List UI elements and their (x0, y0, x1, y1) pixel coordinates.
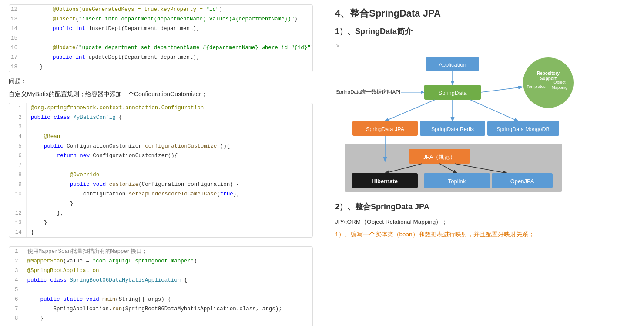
sub-heading-1: 1）、SpringData简介 (335, 26, 631, 37)
sub-heading-2: 2）、整合SpringData JPA (335, 202, 631, 212)
line-code: } (26, 199, 312, 208)
line-code: public class SpringBoot06DataMybatisAppl… (23, 276, 312, 285)
line-number: 4 (9, 132, 26, 141)
line-code: @org.springframework.context.annotation.… (26, 103, 312, 113)
svg-text:JPA（规范）: JPA（规范） (423, 154, 456, 160)
svg-text:Repository: Repository (537, 71, 560, 76)
line-code: @MapperScan(value = "com.atguigu.springb… (23, 256, 312, 266)
line-number: 9 (9, 180, 26, 189)
svg-text:SpringData: SpringData (438, 90, 467, 96)
line-code: public class MyBatisConfig { (26, 113, 312, 122)
line-number: 2 (9, 256, 23, 266)
line-code: public int updateDept(Department departm… (22, 53, 313, 62)
line-number: 12 (9, 208, 26, 218)
line-number: 5 (9, 285, 23, 295)
line-number: 7 (9, 304, 23, 314)
line-code: } (23, 323, 312, 326)
line-code: 使用MapperScan批量扫描所有的Mapper接口； (23, 247, 312, 256)
line-number: 4 (9, 276, 23, 285)
line-number: 3 (9, 122, 26, 132)
line-code: public ConfigurationCustomizer configura… (26, 141, 312, 151)
line-number: 9 (9, 323, 23, 326)
svg-point-8 (523, 57, 574, 108)
svg-text:OpenJPA: OpenJPA (510, 178, 534, 185)
line-number: 10 (9, 189, 26, 199)
line-number: 5 (9, 141, 26, 151)
code-block-3: 1使用MapperScan批量扫描所有的Mapper接口；2@MapperSca… (9, 246, 313, 326)
line-number: 2 (9, 113, 26, 122)
line-number: 18 (9, 62, 22, 72)
line-code (23, 285, 312, 295)
line-code (22, 34, 313, 43)
line-code: @SpringBootApplication (23, 266, 312, 276)
line-number: 16 (9, 43, 22, 53)
line-number: 17 (9, 53, 22, 62)
line-code: SpringApplication.run(SpringBoot06DataMy… (23, 304, 312, 314)
svg-text:Mapping: Mapping (552, 85, 567, 90)
line-code: @Update("update department set departmen… (22, 43, 313, 53)
left-panel: 12 @Options(useGeneratedKeys = true,keyP… (0, 0, 322, 326)
line-number: 15 (9, 34, 22, 43)
svg-text:SpringData Redis: SpringData Redis (431, 126, 474, 132)
svg-text:Hibernate: Hibernate (372, 178, 398, 185)
line-code: @Options(useGeneratedKeys = true,keyProp… (22, 5, 313, 14)
line-number: 6 (9, 151, 26, 161)
main-heading: 4、整合SpringData JPA (335, 7, 631, 20)
line-code: return new ConfigurationCustomizer(){ (26, 151, 312, 161)
problem-desc: 自定义MyBatis的配置规则；给容器中添加一个ConfigurationCus… (9, 91, 313, 98)
jpa-svg: Application SpringData 使用SpringData统一数据访… (335, 52, 605, 196)
line-number: 3 (9, 266, 23, 276)
svg-line-16 (470, 100, 518, 121)
jpa-point-1: 1）、编写一个实体类（bean）和数据表进行映射，并且配置好映射关系； (335, 230, 631, 240)
line-number: 14 (9, 24, 22, 34)
line-code: @Bean (26, 132, 312, 141)
jpa-diagram: Application SpringData 使用SpringData统一数据访… (335, 52, 631, 197)
code-block-2: 1@org.springframework.context.annotation… (9, 103, 313, 238)
line-code: public static void main(String[] args) { (23, 295, 312, 304)
line-number: 6 (9, 295, 23, 304)
line-number: 11 (9, 199, 26, 208)
line-code: @Insert("insert into department(departme… (22, 14, 313, 24)
svg-text:使用SpringData统一数据访问API: 使用SpringData统一数据访问API (335, 89, 400, 94)
line-code: @Override (26, 170, 312, 180)
line-code: } (22, 62, 313, 72)
svg-text:SpringData JPA: SpringData JPA (366, 126, 405, 132)
line-code: public void customize(Configuration conf… (26, 180, 312, 189)
svg-text:Object: Object (553, 80, 566, 84)
svg-line-7 (481, 87, 522, 92)
line-number: 1 (9, 247, 23, 256)
line-number: 1 (9, 103, 26, 113)
line-number: 13 (9, 14, 22, 24)
line-code: } (26, 218, 312, 228)
problem-label: 问题： (9, 77, 313, 85)
line-number: 12 (9, 5, 22, 14)
line-number: 13 (9, 218, 26, 228)
line-number: 8 (9, 170, 26, 180)
line-code (26, 122, 312, 132)
line-code: public int insertDept(Department departm… (22, 24, 313, 34)
right-panel: 4、整合SpringData JPA 1）、SpringData简介 ↘ App… (322, 0, 644, 326)
jpa-desc: JPA:ORM（Object Relational Mapping）； (335, 217, 631, 227)
line-code: } (23, 314, 312, 323)
svg-text:Templates: Templates (527, 84, 546, 89)
line-code: }; (26, 208, 312, 218)
svg-text:Application: Application (439, 61, 466, 68)
line-code: configuration.setMapUnderscoreToCamelCas… (26, 189, 312, 199)
line-code (26, 161, 312, 170)
line-code: } (26, 228, 312, 237)
svg-text:Toplink: Toplink (448, 178, 466, 185)
line-number: 8 (9, 314, 23, 323)
line-number: 7 (9, 161, 26, 170)
line-number: 14 (9, 228, 26, 237)
svg-line-14 (385, 100, 435, 121)
svg-text:SpringData MongoDB: SpringData MongoDB (496, 126, 550, 132)
code-block-1: 12 @Options(useGeneratedKeys = true,keyP… (9, 4, 313, 72)
arrow-indicator: ↘ (335, 42, 631, 48)
